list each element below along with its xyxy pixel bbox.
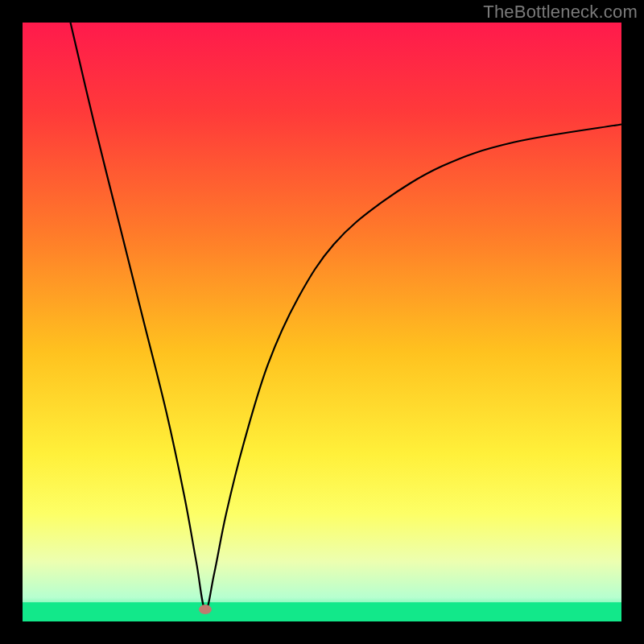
- plot-area: [23, 23, 621, 621]
- chart-frame: TheBottleneck.com: [0, 0, 644, 644]
- chart-svg: [23, 23, 621, 621]
- optimal-point-marker: [199, 605, 212, 614]
- watermark: TheBottleneck.com: [483, 2, 638, 23]
- gradient-background: [23, 23, 621, 621]
- green-bottom-band: [23, 602, 621, 621]
